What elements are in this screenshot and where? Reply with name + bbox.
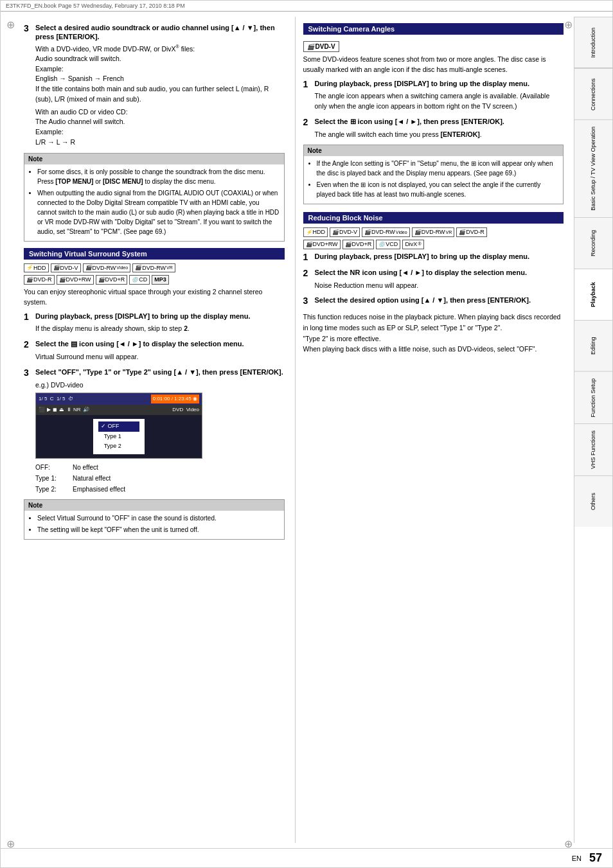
ss-numbers: 1/ 5 C 1/ 5 ⏱	[39, 395, 73, 403]
camera-angles-heading: Switching Camera Angles	[303, 23, 564, 35]
step-3-body-line9: L/R → L → R	[35, 137, 285, 148]
step-3-body-line8: Example:	[35, 127, 285, 137]
ss-menu-type2: Type 2	[98, 441, 139, 452]
rn-badges-row2: 🎬DVD+RW 🎬DVD+R 💿VCD DivX®	[303, 240, 564, 249]
sidebar-tab-basic-setup[interactable]: Basic Setup / TV View Operation	[574, 120, 612, 217]
ca-step-2: 2 Select the ⊞ icon using [◄ / ►], then …	[303, 117, 564, 140]
dvd-badge-icon: 🎬	[307, 44, 314, 50]
step-3: 3 Select a desired audio soundtrack or a…	[24, 23, 285, 148]
ca-step-1-num: 1	[303, 79, 311, 90]
rn-badge-dvdplusrw: 🎬DVD+RW	[303, 240, 341, 249]
vs-step-3: 3 Select "OFF", "Type 1" or "Type 2" usi…	[24, 368, 285, 494]
ca-step-1-body: The angle icon appears when a switching …	[303, 91, 564, 112]
sidebar-tab-others[interactable]: Others	[574, 475, 612, 527]
vs-step-1-title: During playback, press [DISPLAY] to brin…	[35, 312, 251, 321]
sidebar-tab-connections[interactable]: Connections	[574, 68, 612, 120]
vs-step-3-num: 3	[24, 368, 31, 378]
note-box-2: Note Select Virtual Surround to "OFF" in…	[24, 499, 285, 540]
note-item-ca-1: If the Angle Icon setting is "OFF" in "S…	[317, 159, 560, 178]
rn-badge-divx: DivX®	[402, 240, 423, 249]
rn-step-2: 2 Select the NR icon using [◄ / ►] to di…	[303, 268, 564, 291]
sidebar-tab-editing[interactable]: Editing	[574, 320, 612, 371]
sidebar-tab-recording[interactable]: Recording	[574, 217, 612, 269]
sidebar-tab-introduction[interactable]: Introduction	[574, 17, 612, 68]
effects-table: OFF: No effect Type 1: Natural effect Ty…	[35, 463, 285, 494]
reg-mark-br: ⊕	[562, 838, 574, 849]
step-3-body-line5: If the title contains both main and sub …	[35, 84, 285, 105]
step-3-num: 3	[24, 23, 31, 34]
note-header-2: Note	[24, 500, 284, 511]
step-3-body-line3: Example:	[35, 64, 285, 75]
note-item-2-2: The setting will be kept "OFF" when the …	[37, 525, 280, 535]
note-item-1-1: For some discs, it is only possible to c…	[37, 167, 280, 186]
vs-step-1-num: 1	[24, 312, 31, 323]
rn-badge-vcd: 💿VCD	[376, 240, 400, 249]
reducing-noise-heading: Reducing Block Noise	[303, 212, 564, 224]
ss-icon6: NR	[73, 406, 81, 414]
ss-time: 0:01:00 / 1:23:45 ◉	[151, 394, 199, 403]
header-text: E3TK7FD_EN.book Page 57 Wednesday, Febru…	[6, 3, 185, 9]
rn-step-1: 1 During playback, press [DISPLAY] to br…	[303, 252, 564, 263]
ca-step-2-body: The angle will switch each time you pres…	[303, 130, 564, 140]
step-3-title: Select a desired audio soundtrack or aud…	[35, 23, 285, 42]
rn-step-2-title: Select the NR icon using [◄ / ►] to disp…	[315, 268, 527, 277]
vs-intro: You can enjoy stereophonic virtual space…	[24, 287, 285, 308]
note-item-1-2: When outputting the audio signal from th…	[37, 188, 280, 236]
step-3-body-line6: With an audio CD or video CD:	[35, 107, 285, 118]
dvd-badge-label: DVD-V	[315, 43, 335, 50]
effect-type2-value: Emphasised effect	[73, 484, 125, 494]
ca-step-1: 1 During playback, press [DISPLAY] to br…	[303, 79, 564, 112]
ss-menu: ✓ OFF Type 1 Type 2	[93, 419, 145, 454]
ca-step-2-header: 2 Select the ⊞ icon using [◄ / ►], then …	[303, 117, 564, 128]
note-body-2: Select Virtual Surround to "OFF" in case…	[24, 511, 284, 539]
reg-mark-bl: ⊕	[4, 838, 16, 849]
footer-bar: EN 57	[1, 848, 612, 867]
vs-step-1-body: If the display menu is already shown, sk…	[24, 324, 285, 334]
footer-en-label: EN	[572, 855, 582, 862]
reg-mark-tl: ⊕	[4, 19, 16, 30]
rn-step-2-header: 2 Select the NR icon using [◄ / ►] to di…	[303, 268, 564, 279]
badge-mp3: MP3	[152, 275, 169, 285]
sidebar: Introduction Connections Basic Setup / T…	[574, 17, 612, 843]
sidebar-tab-vhs-functions[interactable]: VHS Functions	[574, 423, 612, 475]
rn-step-3-title: Select the desired option using [▲ / ▼],…	[315, 296, 531, 305]
vs-step-3-eg: e.g.) DVD-video	[35, 380, 285, 391]
rn-step-3-header: 3 Select the desired option using [▲ / ▼…	[303, 296, 564, 306]
sidebar-tab-function-setup[interactable]: Function Setup	[574, 371, 612, 424]
rn-badge-dvdrw-vr: 🎬DVD-RW VR	[412, 227, 455, 237]
note-item-ca-2: Even when the ⊞ icon is not displayed, y…	[317, 180, 560, 199]
step-3-header: 3 Select a desired audio soundtrack or a…	[24, 23, 285, 42]
effect-type1-label: Type 1:	[35, 474, 67, 483]
note-box-ca: Note If the Angle Icon setting is "OFF" …	[303, 145, 564, 204]
note-box-1: Note For some discs, it is only possible…	[24, 153, 285, 242]
step-3-body-line7: The Audio channel will switch.	[35, 117, 285, 127]
note-body-ca: If the Angle Icon setting is "OFF" in "S…	[304, 156, 564, 204]
reg-mark-tr: ⊕	[562, 19, 574, 30]
note-list-2: Select Virtual Surround to "OFF" in case…	[28, 513, 280, 535]
ss-icon5: ⏸	[66, 406, 71, 414]
vs-step-2-num: 2	[24, 339, 31, 350]
rn-badge-dvdr: 🎬DVD-R	[456, 227, 487, 237]
vs-step-1: 1 During playback, press [DISPLAY] to br…	[24, 312, 285, 335]
effect-off: OFF: No effect	[35, 463, 285, 472]
rn-step-1-num: 1	[303, 252, 311, 263]
virtual-surround-heading: Switching Virtual Surround System	[24, 248, 285, 260]
reducing-noise-section: Reducing Block Noise ⚡HDD 🎬DVD-V 🎬DVD-RW…	[303, 212, 564, 355]
note-list-ca: If the Angle Icon setting is "OFF" in "S…	[308, 159, 560, 199]
vs-step-2-title: Select the ▤ icon using [◄ / ►] to displ…	[35, 339, 244, 348]
vs-step-3-title: Select "OFF", "Type 1" or "Type 2" using…	[35, 368, 283, 376]
ss-icon4: ⏏	[59, 406, 64, 414]
badge-hdd: ⚡HDD	[24, 263, 49, 273]
rn-badge-dvdv: 🎬DVD-V	[330, 227, 360, 237]
badge-dvdrw-vr: 🎬DVD-RW VR	[132, 263, 175, 273]
header-bar: E3TK7FD_EN.book Page 57 Wednesday, Febru…	[1, 1, 612, 12]
right-content: Switching Camera Angles 🎬 DVD-V Some DVD…	[295, 17, 574, 843]
note-list-1: For some discs, it is only possible to c…	[28, 167, 280, 236]
rn-description: This function reduces noise in the playb…	[303, 312, 564, 355]
step-3-body-line4: English → Spanish → French	[35, 74, 285, 84]
effect-type2: Type 2: Emphasised effect	[35, 484, 285, 494]
effect-off-label: OFF:	[35, 463, 67, 472]
note-header-ca: Note	[304, 145, 564, 156]
rn-step-3: 3 Select the desired option using [▲ / ▼…	[303, 296, 564, 306]
sidebar-tab-playback[interactable]: Playback	[574, 269, 612, 320]
